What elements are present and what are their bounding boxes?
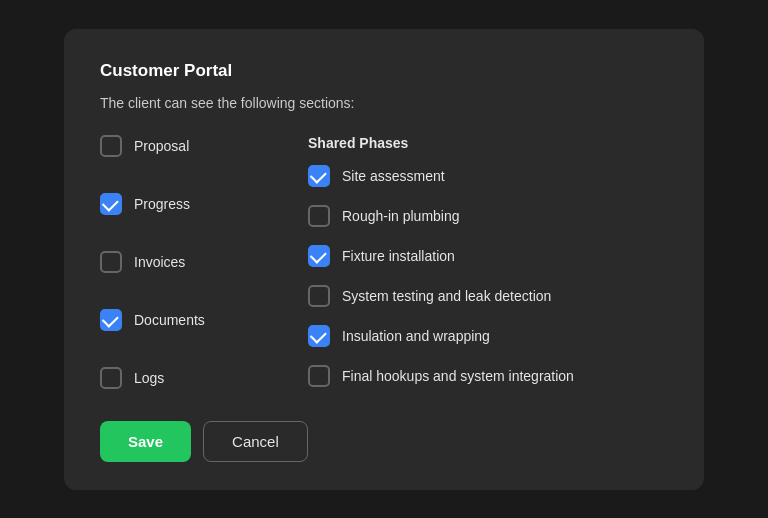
footer: Save Cancel	[100, 421, 668, 462]
label-site-assessment: Site assessment	[342, 168, 445, 184]
cancel-button[interactable]: Cancel	[203, 421, 308, 462]
checkbox-invoices[interactable]	[100, 251, 122, 273]
phases-list: Site assessmentRough-in plumbingFixture …	[308, 165, 668, 387]
phase-item-fixture-installation[interactable]: Fixture installation	[308, 245, 668, 267]
modal-subtitle: The client can see the following section…	[100, 95, 668, 111]
left-item-progress[interactable]: Progress	[100, 193, 260, 215]
phases-header: Shared Phases	[308, 135, 668, 151]
checkbox-system-testing[interactable]	[308, 285, 330, 307]
modal-title: Customer Portal	[100, 61, 668, 81]
label-logs: Logs	[134, 370, 164, 386]
checkbox-logs[interactable]	[100, 367, 122, 389]
left-item-logs[interactable]: Logs	[100, 367, 260, 389]
phase-item-insulation-wrapping[interactable]: Insulation and wrapping	[308, 325, 668, 347]
phase-item-rough-in-plumbing[interactable]: Rough-in plumbing	[308, 205, 668, 227]
phase-item-system-testing[interactable]: System testing and leak detection	[308, 285, 668, 307]
customer-portal-modal: Customer Portal The client can see the f…	[64, 29, 704, 490]
left-item-proposal[interactable]: Proposal	[100, 135, 260, 157]
label-invoices: Invoices	[134, 254, 185, 270]
checkbox-final-hookups[interactable]	[308, 365, 330, 387]
label-documents: Documents	[134, 312, 205, 328]
right-column: Shared Phases Site assessmentRough-in pl…	[308, 135, 668, 389]
checkbox-insulation-wrapping[interactable]	[308, 325, 330, 347]
save-button[interactable]: Save	[100, 421, 191, 462]
left-column: ProposalProgressInvoicesDocumentsLogs	[100, 135, 260, 389]
left-item-invoices[interactable]: Invoices	[100, 251, 260, 273]
content-row: ProposalProgressInvoicesDocumentsLogs Sh…	[100, 135, 668, 389]
left-item-documents[interactable]: Documents	[100, 309, 260, 331]
checkbox-progress[interactable]	[100, 193, 122, 215]
phase-item-site-assessment[interactable]: Site assessment	[308, 165, 668, 187]
phase-item-final-hookups[interactable]: Final hookups and system integration	[308, 365, 668, 387]
checkbox-fixture-installation[interactable]	[308, 245, 330, 267]
checkbox-proposal[interactable]	[100, 135, 122, 157]
label-fixture-installation: Fixture installation	[342, 248, 455, 264]
label-system-testing: System testing and leak detection	[342, 288, 551, 304]
label-progress: Progress	[134, 196, 190, 212]
label-rough-in-plumbing: Rough-in plumbing	[342, 208, 460, 224]
checkbox-documents[interactable]	[100, 309, 122, 331]
label-proposal: Proposal	[134, 138, 189, 154]
label-insulation-wrapping: Insulation and wrapping	[342, 328, 490, 344]
label-final-hookups: Final hookups and system integration	[342, 368, 574, 384]
checkbox-site-assessment[interactable]	[308, 165, 330, 187]
checkbox-rough-in-plumbing[interactable]	[308, 205, 330, 227]
